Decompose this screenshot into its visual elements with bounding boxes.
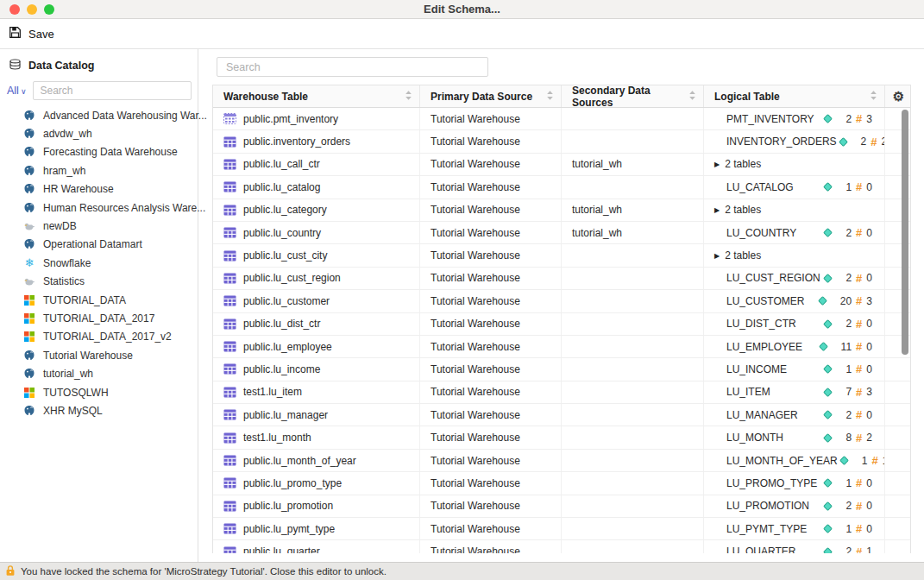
logical-table-name: LU_PROMOTION [726,500,809,512]
attribute-count: 2 [845,409,852,421]
primary-data-source-cell: Tutorial Warehouse [420,358,562,380]
vertical-scrollbar[interactable] [902,110,908,355]
row-settings-cell [885,381,910,403]
sidebar-item-data-source[interactable]: Human Resources Analysis Ware... [0,199,198,217]
table-row[interactable]: public.lu_catalogTutorial WarehouseLU_CA… [213,176,910,199]
data-source-label: Snowflake [43,257,91,269]
sort-icon[interactable] [870,90,877,104]
attribute-count: 2 [845,318,852,330]
zoom-button[interactable] [44,4,54,15]
warehouse-table-cell: public.lu_promo_type [213,472,420,494]
table-row[interactable]: public.lu_managerTutorial WarehouseLU_MA… [213,404,910,426]
logical-table-counts: 2#0 [821,408,884,421]
logical-table-cell: LU_EMPLOYEE11#0 [704,336,885,357]
expand-triangle-icon[interactable]: ▶ [714,252,720,260]
secondary-data-sources-cell [562,176,704,198]
status-message: You have locked the schema for 'MicroStr… [21,566,387,577]
sidebar-item-data-source[interactable]: tutorial_wh [0,364,198,382]
logical-table-cell: INVENTORY_ORDERS2#2 [704,130,885,152]
catalog-search-input[interactable] [33,81,192,100]
table-row[interactable]: public.lu_pymt_typeTutorial WarehouseLU_… [213,518,910,540]
sidebar-item-data-source[interactable]: newDB [0,217,198,235]
save-button[interactable]: Save [9,26,54,41]
row-settings-cell [885,518,910,539]
logical-table-counts: 2#1 [821,545,884,553]
fact-hash-icon: # [856,476,862,489]
fact-count: 0 [866,227,872,239]
table-row[interactable]: public.lu_quarterTutorial WarehouseLU_QU… [213,540,910,553]
fact-count: 0 [866,272,872,284]
table-row[interactable]: public.lu_month_of_yearTutorial Warehous… [213,450,910,472]
logical-table-name: LU_PYMT_TYPE [726,523,807,535]
table-row[interactable]: public.lu_promo_typeTutorial WarehouseLU… [213,472,910,495]
minimize-button[interactable] [27,4,37,15]
sidebar-item-data-source[interactable]: Operational Datamart [0,236,198,254]
fact-hash-icon: # [856,318,862,331]
diamond-icon [821,387,834,398]
table-row[interactable]: public.lu_countryTutorial Warehousetutor… [213,222,910,244]
sidebar-item-data-source[interactable]: Forecasting Data Warehouse [0,143,198,161]
fact-count: 3 [866,113,872,125]
sidebar-item-data-source[interactable]: TUTOSQLWH [0,383,198,401]
expand-triangle-icon[interactable]: ▶ [714,206,720,214]
table-row[interactable]: public.inventory_ordersTutorial Warehous… [213,130,910,153]
sidebar-item-data-source[interactable]: advdw_wh [0,124,198,142]
postgres-icon [23,405,35,417]
secondary-data-sources-cell [562,290,704,312]
table-row[interactable]: public.lu_dist_ctrTutorial WarehouseLU_D… [213,313,910,336]
column-header-secondary-data-sources[interactable]: Secondary Data Sources [562,85,704,107]
sidebar-item-data-source[interactable]: ❄Snowflake [0,254,198,272]
logical-table-counts: 8#2 [821,432,884,444]
sidebar-item-data-source[interactable]: Tutorial Warehouse [0,346,198,364]
column-header-primary-data-source[interactable]: Primary Data Source [420,85,562,107]
primary-data-source-cell: Tutorial Warehouse [420,290,562,312]
table-row[interactable]: test1.lu_monthTutorial WarehouseLU_MONTH… [213,426,910,449]
logical-table-counts: 1#0 [821,522,884,535]
table-row[interactable]: test1.lu_itemTutorial WarehouseLU_ITEM7#… [213,381,910,404]
gear-icon[interactable]: ⚙ [893,90,904,103]
table-header-row: Warehouse Table Primary Data Source Seco… [213,85,910,108]
table-row[interactable]: public.lu_cust_regionTutorial WarehouseL… [213,268,910,290]
row-settings-cell [885,358,910,380]
table-row[interactable]: public.lu_call_ctrTutorial Warehousetuto… [213,154,910,176]
logical-table-cell: LU_PROMOTION2#0 [704,495,885,517]
logical-table-name: LU_INCOME [726,363,787,375]
fact-count: 0 [866,363,872,375]
close-button[interactable] [9,4,20,15]
data-source-label: TUTORIAL_DATA [43,294,126,306]
primary-data-source-cell: Tutorial Warehouse [420,336,562,357]
table-row[interactable]: public.lu_cust_cityTutorial Warehouse▶2 … [213,244,910,267]
table-row[interactable]: public.lu_customerTutorial WarehouseLU_C… [213,290,910,312]
primary-data-source-cell: Tutorial Warehouse [420,199,562,221]
column-header-warehouse-table[interactable]: Warehouse Table [213,85,420,107]
table-row[interactable]: public.lu_categoryTutorial Warehousetuto… [213,199,910,222]
sidebar-item-data-source[interactable]: TUTORIAL_DATA [0,291,198,309]
attribute-count: 1 [845,477,852,489]
sidebar-item-data-source[interactable]: XHR MySQL [0,401,198,419]
expand-triangle-icon[interactable]: ▶ [714,161,720,168]
postgres-icon [23,110,35,122]
logical-table-counts: 2#0 [821,226,884,239]
logical-table-cell: LU_PYMT_TYPE1#0 [704,518,885,539]
sidebar-item-data-source[interactable]: Statistics [0,273,198,291]
table-row[interactable]: public.pmt_inventoryTutorial WarehousePM… [213,108,910,130]
data-source-label: Advanced Data Warehousing War... [43,110,207,122]
sidebar-item-data-source[interactable]: TUTORIAL_DATA_2017_v2 [0,328,198,346]
catalog-filter-dropdown[interactable]: All∨ [7,85,27,97]
fact-hash-icon: # [856,408,862,421]
primary-data-source-cell: Tutorial Warehouse [420,495,562,517]
column-header-logical-table[interactable]: Logical Table [704,85,885,107]
sort-icon[interactable] [546,90,554,104]
table-row[interactable]: public.lu_promotionTutorial WarehouseLU_… [213,495,910,518]
sidebar-item-data-source[interactable]: TUTORIAL_DATA_2017 [0,309,198,327]
sort-icon[interactable] [688,90,696,104]
postgres-icon [23,165,35,177]
logical-table-cell: ▶2 tables [704,199,885,221]
sort-icon[interactable] [405,90,412,104]
sidebar-item-data-source[interactable]: hram_wh [0,161,198,180]
table-search-input[interactable] [217,57,488,77]
sidebar-item-data-source[interactable]: HR Warehouse [0,180,198,199]
table-row[interactable]: public.lu_incomeTutorial WarehouseLU_INC… [213,358,910,381]
sidebar-item-data-source[interactable]: Advanced Data Warehousing War... [0,106,198,124]
table-row[interactable]: public.lu_employeeTutorial WarehouseLU_E… [213,336,910,358]
